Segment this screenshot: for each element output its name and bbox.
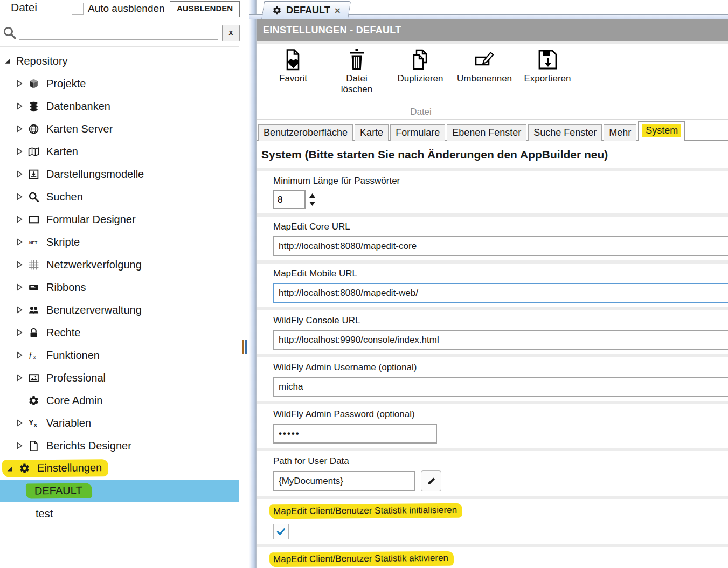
- tree-item-benutzerverwaltung[interactable]: Benutzerverwaltung: [0, 299, 239, 321]
- chevron-right-icon[interactable]: [16, 374, 23, 382]
- chevron-right-icon[interactable]: [16, 216, 23, 223]
- tree-item-einstellungen[interactable]: Einstellungen: [0, 457, 239, 480]
- tab-benutzeroberflaeche[interactable]: Benutzeroberfläche: [258, 124, 353, 141]
- hide-button[interactable]: AUSBLENDEN: [170, 1, 240, 17]
- chevron-right-icon[interactable]: [16, 170, 23, 178]
- chevron-right-icon[interactable]: [16, 261, 23, 268]
- tree-item-variablen[interactable]: Yx Variablen: [0, 412, 239, 434]
- delete-file-button[interactable]: Datei löschen: [325, 48, 389, 95]
- favorite-document-icon: [281, 48, 305, 72]
- field-label-highlighted: MapEdit Client/Benutzer Statistik aktivi…: [269, 551, 454, 567]
- edit-path-button[interactable]: [421, 470, 441, 491]
- tree-item-suchen[interactable]: Suchen: [0, 185, 239, 208]
- chevron-right-icon[interactable]: [16, 442, 23, 449]
- wildfly-password-input[interactable]: [273, 424, 437, 444]
- stat-init-checkbox[interactable]: [273, 524, 289, 539]
- sidebar: Datei Auto ausblenden AUSBLENDEN x Repos…: [0, 0, 239, 568]
- field-label-highlighted: MapEdit Client/Benutzer Statistik initia…: [269, 503, 462, 519]
- mobile-url-input[interactable]: [273, 283, 728, 303]
- tree-item-funktionen[interactable]: fx Funktionen: [0, 344, 239, 366]
- rename-button[interactable]: Umbenennen: [452, 48, 516, 95]
- chevron-right-icon[interactable]: [16, 102, 23, 110]
- chevron-expanded-icon[interactable]: [6, 465, 13, 472]
- tab-karte[interactable]: Karte: [355, 124, 389, 141]
- tree-item-label: Berichts Designer: [46, 440, 131, 452]
- core-url-input[interactable]: [273, 236, 728, 256]
- chevron-right-icon[interactable]: [16, 351, 23, 359]
- document-tab-default[interactable]: DEFAULT ×: [261, 1, 348, 19]
- form-heading: System (Bitte starten Sie nach Änderunge…: [257, 141, 728, 168]
- duplicate-button[interactable]: Duplizieren: [389, 48, 452, 95]
- file-menu[interactable]: Datei: [11, 1, 37, 14]
- field-password-min: Minimum Länge für Passwörter: [257, 171, 728, 213]
- tree-item-netzwerkverfolgung[interactable]: Netzwerkverfolgung: [0, 253, 239, 276]
- export-button[interactable]: Exportieren: [516, 48, 579, 95]
- tree-item-berichts-designer[interactable]: Berichts Designer: [0, 434, 239, 457]
- chevron-right-icon[interactable]: [16, 125, 23, 133]
- tree-item-skripte[interactable]: .NET Skripte: [0, 231, 239, 253]
- lock-icon: [28, 327, 39, 338]
- splitter-grip[interactable]: [242, 340, 248, 354]
- tab-mehr[interactable]: Mehr: [604, 124, 636, 141]
- search-bar: x: [0, 23, 239, 43]
- chevron-expanded-icon[interactable]: [4, 57, 11, 65]
- field-label: WildFly Admin Username (optional): [273, 362, 417, 373]
- tree-item-core-admin[interactable]: Core Admin: [0, 389, 239, 412]
- tree-item-projekte[interactable]: Projekte: [0, 72, 239, 95]
- settings-form: System (Bitte starten Sie nach Änderunge…: [257, 141, 728, 568]
- tree-item-test[interactable]: test: [0, 502, 239, 525]
- chevron-right-icon[interactable]: [16, 329, 23, 336]
- tree-item-formular-designer[interactable]: Formular Designer: [0, 208, 239, 231]
- spinner-up-icon[interactable]: [309, 193, 315, 198]
- wildfly-username-input[interactable]: [273, 377, 728, 397]
- yx-icon: Yx: [28, 418, 39, 429]
- toolbar-button-label: Datei löschen: [330, 73, 384, 95]
- chevron-right-icon[interactable]: [16, 419, 23, 427]
- chevron-right-icon[interactable]: [16, 148, 23, 155]
- password-min-input[interactable]: [273, 190, 306, 209]
- settings-tab-strip: Benutzeroberfläche Karte Formulare Ebene…: [257, 120, 728, 141]
- ribbon-bar-icon: [28, 282, 39, 293]
- chevron-right-icon[interactable]: [16, 80, 23, 87]
- tab-formulare[interactable]: Formulare: [390, 124, 445, 141]
- pencil-icon: [426, 476, 436, 486]
- search-clear-button[interactable]: x: [222, 25, 240, 41]
- tree-item-label: Rechte: [46, 327, 80, 339]
- chevron-right-icon[interactable]: [16, 238, 23, 246]
- tree-item-label: Darstellungsmodelle: [46, 168, 144, 181]
- tree-item-rechte[interactable]: Rechte: [0, 321, 239, 344]
- chevron-right-icon[interactable]: [16, 193, 23, 200]
- chevron-right-icon[interactable]: [16, 306, 23, 314]
- tree-item-repository[interactable]: Repository: [0, 50, 239, 72]
- tab-suche-fenster[interactable]: Suche Fenster: [528, 124, 602, 141]
- tab-system[interactable]: System: [638, 121, 685, 141]
- ribbon-toolbar: Favorit Datei löschen Duplizieren Umbene…: [257, 44, 728, 120]
- panel-title: EINSTELLUNGEN - DEFAULT: [263, 25, 401, 36]
- spinner-down-icon[interactable]: [309, 202, 315, 206]
- field-label: WildFly Admin Password (optional): [273, 409, 415, 420]
- auto-hide-checkbox[interactable]: [72, 3, 84, 15]
- tree-item-darstellungsmodelle[interactable]: Darstellungsmodelle: [0, 163, 239, 185]
- chevron-right-icon[interactable]: [16, 283, 23, 291]
- tree-item-label: Benutzerverwaltung: [46, 304, 142, 316]
- tree-item-karten-server[interactable]: Karten Server: [0, 117, 239, 140]
- tree-item-karten[interactable]: Karten: [0, 140, 239, 163]
- search-input[interactable]: [19, 24, 218, 40]
- toolbar-button-label: Exportieren: [524, 73, 571, 84]
- svg-text:f: f: [29, 351, 32, 359]
- favorite-button[interactable]: Favorit: [261, 48, 325, 95]
- close-icon[interactable]: ×: [335, 5, 341, 16]
- tree-item-datenbanken[interactable]: Datenbanken: [0, 95, 239, 117]
- user-data-path-input[interactable]: [273, 471, 415, 491]
- toolbar-button-label: Umbenennen: [457, 73, 511, 84]
- tree-item-ribbons[interactable]: Ribbons: [0, 276, 239, 299]
- tree-item-professional[interactable]: Professional: [0, 366, 239, 389]
- main-panel: DEFAULT × EINSTELLUNGEN - DEFAULT Favori…: [257, 0, 728, 568]
- tree-item-default[interactable]: DEFAULT: [0, 480, 239, 502]
- tab-ebenen-fenster[interactable]: Ebenen Fenster: [447, 124, 526, 141]
- tree-item-label: Einstellungen: [37, 461, 102, 474]
- duplicate-icon: [408, 48, 432, 72]
- field-wildfly-username: WildFly Admin Username (optional): [257, 357, 728, 401]
- wildfly-console-url-input[interactable]: [273, 330, 728, 350]
- tree-item-label: Datenbanken: [46, 100, 110, 113]
